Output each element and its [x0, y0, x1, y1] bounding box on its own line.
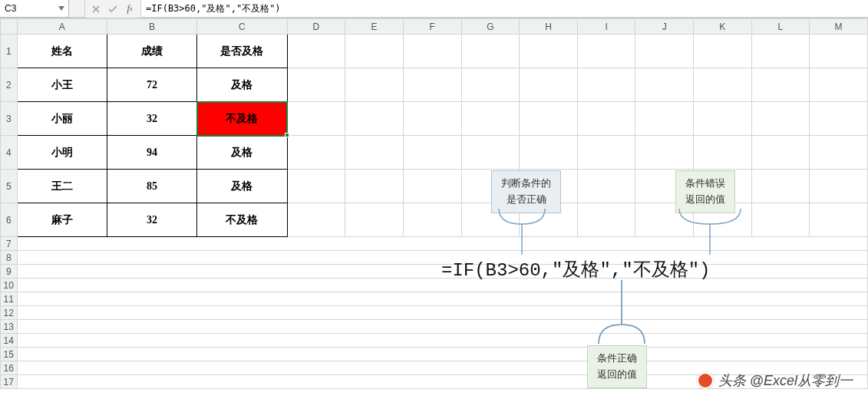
row-header-8[interactable]: 8 — [1, 251, 18, 265]
cell[interactable] — [577, 136, 635, 170]
col-header-E[interactable]: E — [345, 19, 404, 35]
select-all-corner[interactable] — [1, 19, 18, 35]
cell[interactable] — [577, 203, 635, 237]
cell[interactable] — [17, 251, 867, 265]
cell[interactable] — [635, 136, 694, 170]
cell[interactable] — [635, 170, 694, 203]
cell[interactable] — [693, 203, 751, 237]
col-header-D[interactable]: D — [287, 19, 345, 35]
cell[interactable] — [577, 170, 635, 203]
cell-B5[interactable]: 85 — [107, 170, 196, 203]
cell[interactable] — [345, 35, 404, 68]
cell[interactable] — [810, 35, 868, 68]
cell-B6[interactable]: 32 — [107, 203, 196, 237]
cell[interactable] — [17, 279, 867, 292]
cell[interactable] — [693, 136, 751, 170]
row-header-14[interactable]: 14 — [1, 334, 18, 348]
cell-C1[interactable]: 是否及格 — [197, 35, 287, 68]
cell[interactable] — [635, 102, 694, 136]
name-box[interactable]: C3 — [0, 0, 69, 18]
cell[interactable] — [751, 203, 810, 237]
row-header-7[interactable]: 7 — [1, 237, 18, 251]
row-header-1[interactable]: 1 — [1, 35, 18, 68]
cell[interactable] — [345, 203, 404, 237]
cell-B2[interactable]: 72 — [107, 68, 196, 102]
cell[interactable] — [751, 102, 810, 136]
cell[interactable] — [403, 136, 461, 170]
formula-input[interactable]: =IF(B3>60,"及格","不及格") — [140, 0, 868, 18]
cell[interactable] — [751, 136, 810, 170]
cell[interactable] — [403, 35, 461, 68]
row-header-13[interactable]: 13 — [1, 320, 18, 334]
col-header-G[interactable]: G — [461, 19, 520, 35]
cell[interactable] — [635, 203, 694, 237]
cell[interactable] — [17, 292, 867, 306]
cell[interactable] — [693, 68, 751, 102]
cell-A3[interactable]: 小丽 — [17, 102, 107, 136]
cell[interactable] — [520, 203, 578, 237]
cell[interactable] — [403, 102, 461, 136]
cell[interactable] — [810, 102, 868, 136]
row-header-16[interactable]: 16 — [1, 361, 18, 375]
cell[interactable] — [810, 136, 868, 170]
cell[interactable] — [17, 237, 867, 251]
cell[interactable] — [287, 170, 345, 203]
cell[interactable] — [635, 35, 694, 68]
cell[interactable] — [520, 68, 578, 102]
cell[interactable] — [17, 348, 867, 361]
col-header-A[interactable]: A — [17, 19, 107, 35]
cell[interactable] — [345, 170, 404, 203]
col-header-C[interactable]: C — [197, 19, 287, 35]
cell[interactable] — [17, 306, 867, 320]
cell[interactable] — [461, 203, 520, 237]
cell[interactable] — [287, 68, 345, 102]
cancel-icon[interactable] — [88, 2, 104, 17]
row-header-4[interactable]: 4 — [1, 136, 18, 170]
cell[interactable] — [520, 170, 578, 203]
cell[interactable] — [577, 68, 635, 102]
cell[interactable] — [345, 136, 404, 170]
row-header-17[interactable]: 17 — [1, 375, 18, 389]
row-header-15[interactable]: 15 — [1, 348, 18, 361]
cell[interactable] — [810, 68, 868, 102]
cell[interactable] — [461, 170, 520, 203]
row-header-10[interactable]: 10 — [1, 279, 18, 292]
cell-B3[interactable]: 32 — [107, 102, 196, 136]
cell-C3-active[interactable]: 不及格 — [197, 102, 287, 136]
fill-handle-icon[interactable] — [285, 133, 289, 137]
cell-A1[interactable]: 姓名 — [17, 35, 107, 68]
cell[interactable] — [403, 203, 461, 237]
cell[interactable] — [17, 375, 867, 389]
cell-C2[interactable]: 及格 — [197, 68, 287, 102]
col-header-I[interactable]: I — [577, 19, 635, 35]
cell[interactable] — [345, 68, 404, 102]
row-header-3[interactable]: 3 — [1, 102, 18, 136]
cell[interactable] — [17, 334, 867, 348]
worksheet[interactable]: A B C D E F G H I J K L M 1 姓名 成绩 是否及格 2… — [0, 18, 868, 399]
col-header-M[interactable]: M — [810, 19, 868, 35]
row-header-12[interactable]: 12 — [1, 306, 18, 320]
col-header-L[interactable]: L — [751, 19, 810, 35]
cell-A5[interactable]: 王二 — [17, 170, 107, 203]
row-header-5[interactable]: 5 — [1, 170, 18, 203]
cell[interactable] — [520, 136, 578, 170]
cell[interactable] — [345, 102, 404, 136]
cell-A6[interactable]: 麻子 — [17, 203, 107, 237]
cell[interactable] — [751, 35, 810, 68]
cell[interactable] — [577, 35, 635, 68]
cell[interactable] — [17, 361, 867, 375]
cell[interactable] — [461, 136, 520, 170]
cell[interactable] — [751, 170, 810, 203]
col-header-K[interactable]: K — [693, 19, 751, 35]
cell[interactable] — [287, 35, 345, 68]
cell[interactable] — [287, 136, 345, 170]
cell-B4[interactable]: 94 — [107, 136, 196, 170]
cell[interactable] — [693, 35, 751, 68]
cell[interactable] — [810, 170, 868, 203]
cell[interactable] — [635, 68, 694, 102]
col-header-F[interactable]: F — [403, 19, 461, 35]
cell[interactable] — [403, 68, 461, 102]
cell[interactable] — [693, 102, 751, 136]
row-header-6[interactable]: 6 — [1, 203, 18, 237]
cell[interactable] — [461, 35, 520, 68]
